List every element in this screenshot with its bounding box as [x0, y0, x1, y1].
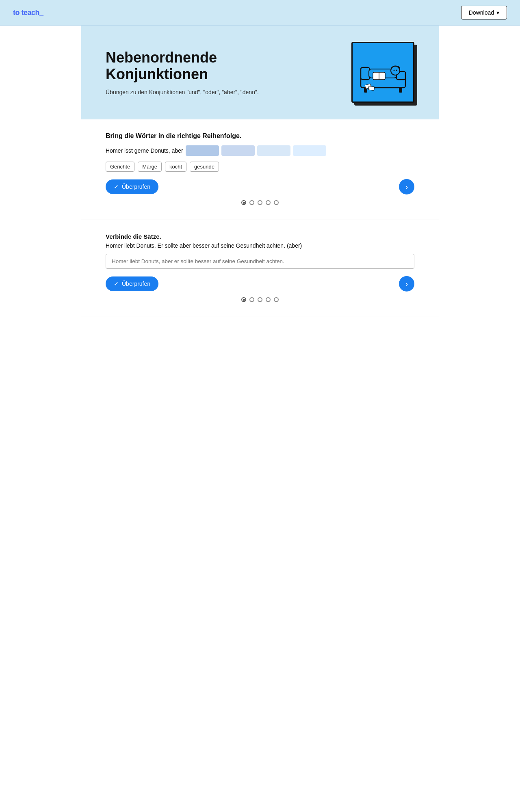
exercise2-check-label: Überprüfen [122, 281, 150, 287]
blank-3[interactable] [257, 145, 290, 156]
word-chip-gerichte[interactable]: Gerichte [106, 162, 134, 172]
blank-2[interactable] [221, 145, 255, 156]
hero-image-box [351, 42, 414, 103]
word-chip-marge[interactable]: Marge [138, 162, 162, 172]
exercise2-next-button[interactable]: › [399, 276, 414, 292]
hero-image-wrapper [351, 42, 414, 103]
blank-1[interactable] [186, 145, 219, 156]
exercise2-answer-input[interactable] [106, 254, 414, 269]
exercise1-sentence-row: Homer isst gerne Donuts, aber [106, 145, 414, 156]
download-label: Download [469, 9, 494, 16]
logo: to teach_ [13, 9, 43, 17]
dot-5 [274, 200, 279, 205]
couch-illustration [357, 48, 410, 97]
dot-1-active [241, 200, 246, 205]
word-chip-gesunde[interactable]: gesunde [190, 162, 219, 172]
check-icon-2: ✓ [114, 280, 119, 287]
chevron-right-icon-1: › [405, 182, 408, 192]
exercise1-check-label: Überprüfen [122, 184, 150, 190]
blank-4[interactable] [293, 145, 326, 156]
exercise1-dots [106, 200, 414, 205]
svg-point-9 [393, 70, 394, 71]
exercise2-title: Verbinde die Sätze. [106, 233, 414, 240]
exercise1-check-button[interactable]: ✓ Überprüfen [106, 179, 158, 194]
chevron-right-icon-2: › [405, 279, 408, 289]
svg-rect-1 [361, 67, 370, 80]
main-content: Nebenordnende Konjunktionen Übungen zu d… [81, 26, 439, 317]
hero-title: Nebenordnende Konjunktionen [106, 49, 260, 83]
dot2-1-active [241, 297, 246, 302]
sentence-prefix: Homer isst gerne Donuts, aber [106, 147, 183, 154]
dot-2 [249, 200, 254, 205]
exercise2-btn-row: ✓ Überprüfen › [106, 276, 414, 292]
exercise1-section: Bring die Wörter in die richtige Reihenf… [81, 119, 439, 220]
exercise1-word-choices: Gerichte Marge kocht gesunde [106, 162, 414, 172]
hero-section: Nebenordnende Konjunktionen Übungen zu d… [81, 26, 439, 119]
exercise1-title: Bring die Wörter in die richtige Reihenf… [106, 132, 414, 140]
download-button[interactable]: Download ▾ [461, 6, 507, 19]
svg-rect-12 [368, 86, 374, 91]
hero-text: Nebenordnende Konjunktionen Übungen zu d… [106, 49, 260, 96]
exercise2-check-button[interactable]: ✓ Überprüfen [106, 276, 158, 291]
dot2-3 [258, 297, 262, 302]
word-chip-kocht[interactable]: kocht [165, 162, 186, 172]
exercise2-sentence: Homer liebt Donuts. Er sollte aber besse… [106, 242, 414, 249]
exercise1-next-button[interactable]: › [399, 179, 414, 194]
dot-3 [258, 200, 262, 205]
dot2-2 [249, 297, 254, 302]
exercise2-dots [106, 297, 414, 302]
dot2-4 [266, 297, 271, 302]
dot2-5 [274, 297, 279, 302]
exercise1-btn-row: ✓ Überprüfen › [106, 179, 414, 194]
exercise2-section: Verbinde die Sätze. Homer liebt Donuts. … [81, 220, 439, 317]
svg-rect-4 [399, 87, 402, 93]
dot-4 [266, 200, 271, 205]
check-icon-1: ✓ [114, 183, 119, 190]
page-header: to teach_ Download ▾ [0, 0, 520, 26]
svg-point-10 [396, 70, 397, 71]
chevron-down-icon: ▾ [496, 9, 499, 16]
hero-subtitle: Übungen zu den Konjunktionen "und", "ode… [106, 89, 260, 95]
